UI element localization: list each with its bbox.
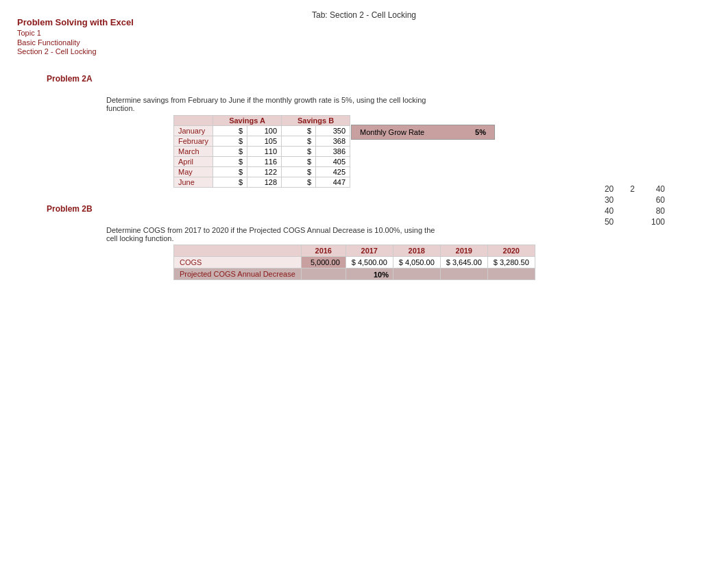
sa-val: 122	[247, 167, 282, 177]
sb-val: 368	[316, 136, 350, 147]
title-area: Problem Solving with Excel Topic 1 Basic…	[17, 17, 134, 55]
sb-sign: $	[282, 136, 316, 147]
cogs-col-2020: 2020	[487, 245, 535, 257]
cogs-2020: $ 3,280.50	[487, 257, 535, 268]
sb-sign: $	[282, 126, 316, 136]
rn-c1: 20	[596, 184, 622, 195]
cogs-col-2018: 2018	[393, 245, 440, 257]
cogs-col-2017: 2017	[345, 245, 393, 257]
rn-c2: 2	[622, 184, 643, 195]
sa-val: 128	[247, 177, 282, 188]
proj-blank-1	[301, 268, 345, 280]
savings-row: February $ 105 $ 368	[174, 136, 350, 147]
col-header-month	[174, 116, 213, 126]
cogs-2019: $ 3,645.00	[440, 257, 487, 268]
projected-cogs-row: Projected COGS Annual Decrease	[174, 268, 535, 280]
projected-cogs-label: Projected COGS Annual Decrease	[174, 268, 302, 280]
sa-sign: $	[213, 167, 247, 177]
sb-val: 447	[316, 177, 350, 188]
sa-val: 100	[247, 126, 282, 136]
sb-sign: $	[282, 167, 316, 177]
savings-row: January $ 100 $ 350	[174, 126, 350, 136]
col-header-savings-b: Savings B	[282, 116, 350, 126]
month-label: April	[174, 157, 213, 167]
savings-row: April $ 116 $ 405	[174, 157, 350, 167]
sa-sign: $	[213, 147, 247, 157]
sa-val: 110	[247, 147, 282, 157]
month-label: June	[174, 177, 213, 188]
proj-blank-5	[487, 268, 535, 280]
sb-val: 350	[316, 126, 350, 136]
rn-c3: 100	[643, 216, 673, 227]
col-header-savings-a: Savings A	[213, 116, 282, 126]
problem-2a-label: Problem 2A	[47, 74, 93, 84]
sa-sign: $	[213, 177, 247, 188]
cogs-2016: 5,000.00	[301, 257, 345, 268]
sb-sign: $	[282, 177, 316, 188]
sa-sign: $	[213, 157, 247, 167]
savings-row: March $ 110 $ 386	[174, 147, 350, 157]
savings-row: June $ 128 $ 447	[174, 177, 350, 188]
projected-percent: 10%	[374, 271, 389, 279]
topic-label: Topic 1	[17, 29, 134, 37]
savings-table: Savings A Savings B January $ 100 $ 350 …	[173, 115, 350, 188]
tab-label: Tab: Section 2 - Cell Locking	[312, 10, 416, 20]
cogs-2017: $ 4,500.00	[345, 257, 393, 268]
sa-sign: $	[213, 126, 247, 136]
sb-val: 386	[316, 147, 350, 157]
sb-sign: $	[282, 157, 316, 167]
rn-c1: 40	[596, 205, 622, 216]
problem-2a-description: Determine savings from February to June …	[106, 96, 449, 112]
cogs-table: 2016 2017 2018 2019 2020 COGS 5,000.00 $…	[173, 245, 535, 280]
grow-rate-box: Monthly Grow Rate 5%	[351, 125, 495, 140]
problem-2b-description: Determine COGS from 2017 to 2020 if the …	[106, 226, 442, 242]
cogs-2018: $ 4,050.00	[393, 257, 440, 268]
proj-blank-4	[440, 268, 487, 280]
month-label: May	[174, 167, 213, 177]
main-title: Problem Solving with Excel	[17, 17, 134, 27]
sb-val: 405	[316, 157, 350, 167]
sb-val: 425	[316, 167, 350, 177]
rn-c3: 80	[643, 205, 673, 216]
rn-c2	[622, 216, 643, 227]
section-label: Section 2 - Cell Locking	[17, 47, 134, 55]
proj-blank-3	[393, 268, 440, 280]
cogs-col-blank	[174, 245, 302, 257]
cogs-col-2019: 2019	[440, 245, 487, 257]
cogs-col-2016: 2016	[301, 245, 345, 257]
savings-row: May $ 122 $ 425	[174, 167, 350, 177]
sa-val: 105	[247, 136, 282, 147]
rn-c2	[622, 205, 643, 216]
grow-rate-label: Monthly Grow Rate	[360, 128, 424, 136]
basic-label: Basic Functionality	[17, 38, 134, 47]
right-numbers: 20 2 40 30 60 40 80 50 100	[596, 184, 673, 227]
rn-c2	[622, 195, 643, 205]
right-number-row: 40 80	[596, 205, 673, 216]
rn-c3: 60	[643, 195, 673, 205]
right-number-row: 50 100	[596, 216, 673, 227]
right-number-row: 30 60	[596, 195, 673, 205]
rn-c1: 30	[596, 195, 622, 205]
cogs-row: COGS 5,000.00 $ 4,500.00 $ 4,050.00 $ 3,…	[174, 257, 535, 268]
problem-2b-label: Problem 2B	[47, 204, 93, 214]
month-label: February	[174, 136, 213, 147]
sa-val: 116	[247, 157, 282, 167]
sb-sign: $	[282, 147, 316, 157]
sa-sign: $	[213, 136, 247, 147]
month-label: January	[174, 126, 213, 136]
cogs-label: COGS	[174, 257, 302, 268]
rn-c3: 40	[643, 184, 673, 195]
grow-rate-value: 5%	[475, 128, 486, 136]
right-number-row: 20 2 40	[596, 184, 673, 195]
month-label: March	[174, 147, 213, 157]
rn-c1: 50	[596, 216, 622, 227]
